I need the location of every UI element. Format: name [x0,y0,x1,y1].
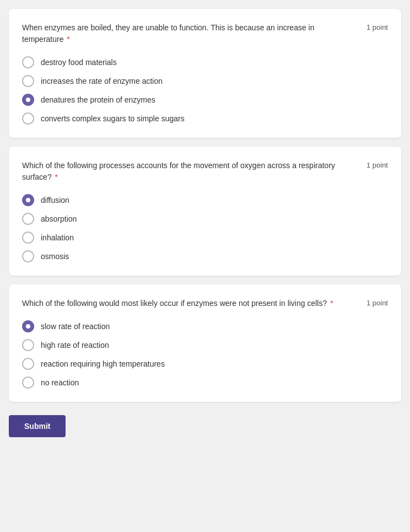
option-item-1-2[interactable]: increases the rate of enzyme action [22,75,388,87]
option-label-2-4: osmosis [41,252,69,261]
option-item-2-1[interactable]: diffusion [22,194,388,206]
option-label-3-1: slow rate of reaction [41,322,110,331]
radio-1-2[interactable] [22,75,34,87]
question-card-2: Which of the following processes account… [9,147,401,276]
radio-inner-3-1 [26,324,30,329]
radio-2-3[interactable] [22,232,34,244]
required-star-2: * [53,173,58,181]
radio-2-4[interactable] [22,250,34,262]
option-label-2-3: inhalation [41,233,74,242]
radio-3-2[interactable] [22,339,34,351]
option-label-3-2: high rate of reaction [41,341,109,350]
options-list-3: slow rate of reactionhigh rate of reacti… [22,320,388,389]
points-label-3: 1 point [366,299,388,307]
required-star-3: * [328,299,333,308]
option-item-1-1[interactable]: destroy food materials [22,56,388,68]
radio-2-2[interactable] [22,213,34,225]
question-card-3: Which of the following would most likely… [9,284,401,402]
question-text-1: When enzymes are boiled, they are unable… [22,22,366,45]
option-item-1-3[interactable]: denatures the protein of enzymes [22,94,388,106]
option-label-3-4: no reaction [41,378,79,387]
option-item-2-4[interactable]: osmosis [22,250,388,262]
question-text-2: Which of the following processes account… [22,160,366,183]
option-item-3-2[interactable]: high rate of reaction [22,339,388,351]
radio-inner-1-3 [26,98,30,102]
options-list-2: diffusionabsorptioninhalationosmosis [22,194,388,262]
question-text-3: Which of the following would most likely… [22,298,366,309]
radio-3-4[interactable] [22,377,34,389]
option-item-3-1[interactable]: slow rate of reaction [22,320,388,332]
option-item-2-2[interactable]: absorption [22,213,388,225]
radio-1-3[interactable] [22,94,34,106]
options-list-1: destroy food materialsincreases the rate… [22,56,388,125]
option-label-2-1: diffusion [41,196,69,205]
radio-1-4[interactable] [22,112,34,125]
option-item-3-4[interactable]: no reaction [22,377,388,389]
radio-2-1[interactable] [22,194,34,206]
option-label-1-1: destroy food materials [41,58,117,67]
option-label-3-3: reaction requiring high temperatures [41,359,165,368]
option-item-1-4[interactable]: converts complex sugars to simple sugars [22,112,388,125]
option-item-3-3[interactable]: reaction requiring high temperatures [22,358,388,370]
radio-3-1[interactable] [22,320,34,332]
points-label-1: 1 point [366,23,388,31]
question-card-1: When enzymes are boiled, they are unable… [9,9,401,138]
option-item-2-3[interactable]: inhalation [22,232,388,244]
radio-3-3[interactable] [22,358,34,370]
option-label-1-3: denatures the protein of enzymes [41,95,155,104]
submit-button[interactable]: Submit [9,415,66,437]
radio-inner-2-1 [26,198,30,202]
option-label-2-2: absorption [41,214,77,223]
required-star-1: * [64,35,69,44]
option-label-1-2: increases the rate of enzyme action [41,77,163,85]
option-label-1-4: converts complex sugars to simple sugars [41,114,185,123]
points-label-2: 1 point [366,161,388,169]
radio-1-1[interactable] [22,56,34,68]
